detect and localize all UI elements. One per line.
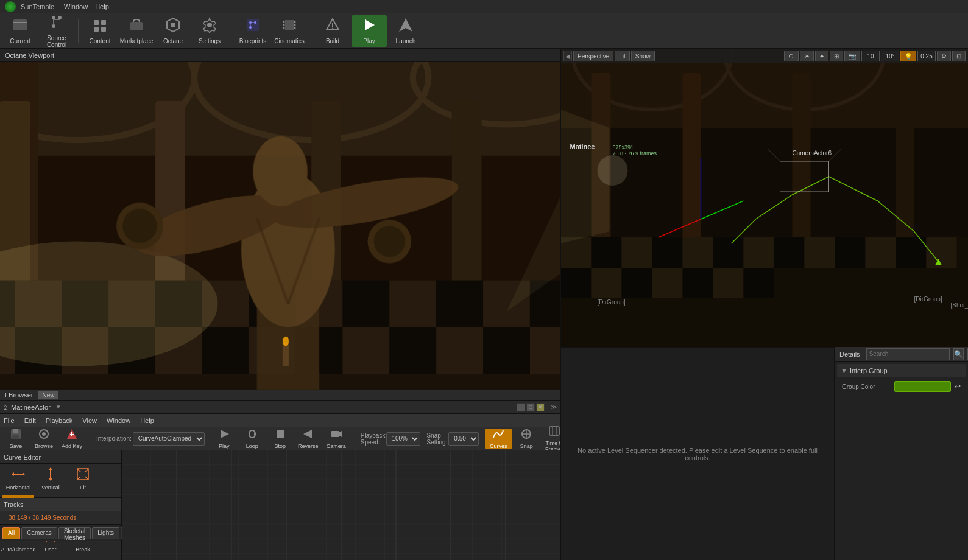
matinee-play-label: Play bbox=[219, 443, 230, 449]
interp-dropdown[interactable]: CurveAutoClamped bbox=[133, 432, 205, 446]
curve-tool-linear[interactable]: Linear bbox=[2, 557, 34, 560]
content-icon bbox=[92, 17, 108, 37]
camera-icon bbox=[330, 428, 342, 443]
vp-show-btn[interactable]: Show bbox=[631, 51, 655, 61]
matinee-browse-btn[interactable]: Browse bbox=[30, 429, 57, 449]
vp-grid-value[interactable] bbox=[861, 51, 880, 61]
vp-settings-btn[interactable]: ⚙ bbox=[937, 51, 951, 61]
vp-realtime-btn[interactable]: ⏱ bbox=[784, 51, 799, 61]
matinee-menu-help[interactable]: Help bbox=[140, 417, 154, 424]
interp-label: Interpolation: bbox=[96, 435, 132, 442]
addkey-icon bbox=[66, 428, 78, 443]
vp-angle-value[interactable] bbox=[881, 51, 899, 61]
detail-color-reset-btn[interactable]: ↩ bbox=[955, 382, 961, 391]
curve-editor-title: Curve Editor bbox=[4, 453, 41, 461]
vp-grid-snap-btn[interactable]: ⊞ bbox=[830, 51, 843, 61]
matinee-dropdown-arrow[interactable]: ▼ bbox=[55, 404, 62, 410]
matinee-snap-btn[interactable]: Snap bbox=[513, 429, 540, 449]
play-icon bbox=[361, 17, 377, 37]
asset-browser-tab[interactable]: t Browser New bbox=[0, 390, 560, 401]
toolbar-octane-btn[interactable]: Octane bbox=[155, 15, 191, 47]
vp-light-icon[interactable]: 💡 bbox=[900, 51, 916, 61]
vp-scale-value[interactable] bbox=[917, 51, 936, 61]
curve-tool-horizontal[interactable]: Horizontal bbox=[2, 464, 34, 494]
filter-skeletal-meshes-btn[interactable]: Skeletal Meshes bbox=[58, 527, 91, 539]
svg-rect-172 bbox=[592, 237, 622, 268]
vp-perspective-btn[interactable]: Perspective bbox=[573, 51, 613, 61]
main-viewport[interactable] bbox=[0, 62, 560, 390]
matinee-win-controls: _ □ ✕ bbox=[517, 403, 545, 411]
main-viewport-scene bbox=[0, 62, 560, 390]
titlebar-menu-window[interactable]: Window bbox=[64, 3, 88, 10]
filter-lights-btn[interactable]: Lights bbox=[92, 527, 119, 539]
matinee-menu-view[interactable]: View bbox=[82, 417, 97, 424]
detail-group-color-swatch[interactable] bbox=[894, 381, 951, 392]
matinee-loop-btn[interactable]: Loop bbox=[239, 429, 266, 449]
detail-group-interp[interactable]: ▼ Interp Group bbox=[837, 364, 966, 377]
svg-text:Matinee: Matinee bbox=[570, 143, 595, 150]
matinee-reverse-label: Reverse bbox=[298, 443, 319, 449]
matinee-play-btn[interactable]: Play bbox=[211, 429, 238, 449]
matinee-curves-btn[interactable]: Curves bbox=[485, 429, 512, 449]
titlebar-menu-help[interactable]: Help bbox=[95, 3, 109, 10]
matinee-addkey-btn[interactable]: Add Key bbox=[58, 429, 85, 449]
matinee-stop-btn[interactable]: Stop bbox=[267, 429, 294, 449]
svg-rect-9 bbox=[94, 27, 99, 32]
matinee-save-btn[interactable]: Save bbox=[2, 429, 29, 449]
cinematics-icon bbox=[281, 17, 297, 37]
svg-rect-74 bbox=[483, 327, 530, 374]
vp-maximize-btn[interactable]: ⊡ bbox=[952, 51, 966, 61]
matinee-menu-playback[interactable]: Playback bbox=[46, 417, 73, 424]
matinee-menu-file[interactable]: File bbox=[4, 417, 15, 424]
svg-rect-188 bbox=[683, 268, 713, 298]
details-search-input[interactable] bbox=[866, 348, 950, 360]
snap-setting-dropdown[interactable]: 0.50 bbox=[448, 432, 479, 446]
loop-icon bbox=[246, 428, 258, 443]
details-search-btn[interactable]: 🔍 bbox=[953, 348, 964, 360]
matinee-expand-btn[interactable]: ≫ bbox=[551, 404, 557, 410]
matinee-maximize-btn[interactable]: □ bbox=[526, 403, 535, 411]
fit-icon bbox=[76, 467, 90, 484]
vp-lit-btn[interactable]: Lit bbox=[615, 51, 630, 61]
toolbar-blueprints-btn[interactable]: Blueprints bbox=[235, 15, 270, 47]
toolbar-cinematics-btn[interactable]: Cinematics bbox=[272, 15, 307, 47]
viewport-tab[interactable]: Octane Viewport bbox=[0, 49, 560, 62]
curve-editor-main[interactable] bbox=[122, 450, 560, 560]
matinee-minimize-btn[interactable]: _ bbox=[517, 403, 525, 411]
svg-rect-57 bbox=[389, 281, 436, 327]
vp-left-arrow[interactable]: ◀ bbox=[563, 51, 572, 61]
toolbar-launch-btn[interactable]: Launch bbox=[388, 15, 423, 47]
toolbar-marketplace-btn[interactable]: Marketplace bbox=[119, 15, 154, 47]
details-header: Details 🔍 ≡ ▼ bbox=[835, 347, 968, 362]
svg-rect-104 bbox=[331, 431, 339, 437]
curve-tool-vertical[interactable]: Vertical bbox=[35, 464, 66, 494]
toolbar-octane-label: Octane bbox=[163, 38, 183, 44]
curve-tool-flatten[interactable]: Flatten bbox=[67, 557, 99, 560]
matinee-menu-edit[interactable]: Edit bbox=[24, 417, 36, 424]
filter-all-btn[interactable]: All bbox=[2, 527, 20, 539]
right-viewport[interactable]: [DirGroup] CameraActor6 [DirGroup] [Shot… bbox=[560, 49, 968, 347]
right-scene-svg: [DirGroup] CameraActor6 [DirGroup] [Shot… bbox=[561, 49, 968, 347]
vp-lighting-btn[interactable]: ☀ bbox=[800, 51, 814, 61]
new-asset-btn[interactable]: New bbox=[38, 390, 58, 400]
browse-icon bbox=[38, 428, 50, 443]
vp-camera-speed-btn[interactable]: 📷 bbox=[844, 51, 860, 61]
matinee-reverse-btn[interactable]: Reverse bbox=[295, 429, 322, 449]
matinee-menu-window[interactable]: Window bbox=[107, 417, 130, 424]
curve-tool-constant[interactable]: Constant bbox=[35, 557, 66, 560]
curve-tool-fit[interactable]: Fit bbox=[67, 464, 99, 494]
matinee-window-title: MatineeActor bbox=[11, 404, 51, 411]
toolbar-build-btn[interactable]: Build bbox=[315, 15, 350, 47]
matinee-close-btn[interactable]: ✕ bbox=[536, 403, 545, 411]
svg-rect-93 bbox=[13, 429, 18, 433]
toolbar-content-btn[interactable]: Content bbox=[82, 15, 118, 47]
vp-effect-btn[interactable]: ✦ bbox=[815, 51, 828, 61]
playback-speed-dropdown[interactable]: 100% bbox=[386, 432, 420, 446]
toolbar-current-btn[interactable]: Current bbox=[2, 15, 38, 47]
matinee-camera-btn[interactable]: Camera bbox=[323, 429, 350, 449]
toolbar-settings-btn[interactable]: Settings bbox=[192, 15, 227, 47]
filter-cameras-btn[interactable]: Cameras bbox=[21, 527, 57, 539]
toolbar-play-btn[interactable]: Play bbox=[352, 15, 387, 47]
toolbar-source-control-btn[interactable]: Source Control bbox=[39, 15, 74, 47]
svg-text:675x391: 675x391 bbox=[613, 144, 634, 150]
